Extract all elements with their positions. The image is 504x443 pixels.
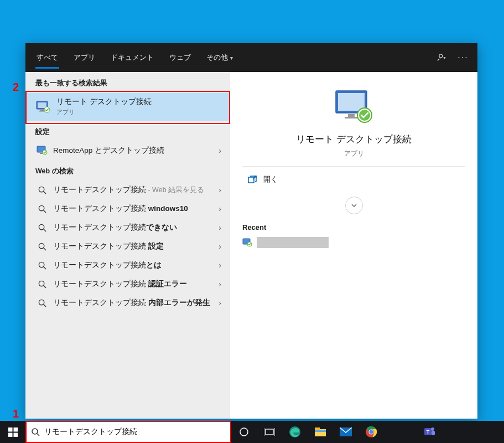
feedback-icon[interactable]: [437, 52, 448, 63]
svg-point-11: [39, 205, 44, 210]
svg-point-31: [247, 242, 252, 246]
svg-line-20: [43, 285, 45, 287]
search-icon: [34, 205, 50, 213]
web-result[interactable]: リモートデスクトップ接続 内部エラーが発生›: [25, 293, 230, 312]
chevron-right-icon: ›: [216, 280, 224, 289]
tab-more-label: その他: [206, 53, 228, 63]
settings-header: 設定: [25, 121, 230, 141]
taskbar-app-teams[interactable]: T: [417, 421, 443, 443]
recent-item-icon: [242, 238, 252, 247]
svg-rect-35: [13, 432, 18, 437]
svg-point-21: [39, 300, 44, 305]
svg-rect-43: [315, 429, 326, 436]
svg-point-13: [39, 224, 44, 229]
search-icon: [34, 243, 50, 251]
taskbar-app-chrome[interactable]: [358, 421, 384, 443]
best-match-result[interactable]: リモート デスクトップ接続 アプリ: [25, 92, 230, 121]
search-icon: [34, 261, 50, 270]
svg-point-49: [370, 430, 373, 434]
svg-line-22: [43, 304, 45, 306]
chevron-right-icon: ›: [216, 146, 224, 155]
tab-all[interactable]: すべて: [29, 43, 66, 72]
web-result-label: リモートデスクトップ接続 認証エラー: [50, 279, 216, 289]
tab-apps[interactable]: アプリ: [66, 43, 103, 72]
taskbar-app-explorer[interactable]: [308, 421, 333, 443]
taskbar-search-input[interactable]: [44, 421, 226, 443]
tab-more[interactable]: その他▾: [199, 43, 241, 72]
svg-rect-44: [315, 427, 320, 430]
web-result[interactable]: リモートデスクトップ接続 - Web 結果を見る›: [25, 181, 230, 199]
web-result-label: リモートデスクトップ接続 - Web 結果を見る: [50, 185, 216, 195]
web-result-label: リモートデスクトップ接続 設定: [50, 241, 216, 251]
remote-desktop-icon: [34, 100, 53, 114]
web-result[interactable]: リモートデスクトップ接続とは›: [25, 256, 230, 275]
svg-point-9: [39, 187, 44, 192]
svg-rect-25: [348, 114, 355, 117]
svg-rect-32: [8, 427, 13, 432]
search-icon: [34, 224, 50, 232]
best-match-title: リモート デスクトップ接続: [56, 97, 224, 107]
annotation-1: 1: [13, 408, 19, 420]
svg-point-19: [39, 281, 44, 286]
more-options-icon[interactable]: ···: [458, 52, 469, 63]
open-icon: [246, 176, 259, 183]
tab-web[interactable]: ウェブ: [162, 43, 199, 72]
web-search-header: Web の検索: [25, 160, 230, 181]
settings-result-label: RemoteApp とデスクトップ接続: [50, 146, 216, 156]
tab-web-label: ウェブ: [169, 53, 191, 63]
web-result[interactable]: リモートデスクトップ接続 設定›: [25, 237, 230, 256]
svg-point-52: [431, 427, 434, 431]
web-result-label: リモートデスクトップ接続とは: [50, 260, 216, 270]
search-icon: [31, 427, 40, 436]
web-result-label: リモートデスクトップ接続できない: [50, 223, 216, 233]
results-list: 最も一致する検索結果 リモート デスクトップ接続 アプリ 設定 RemoteAp…: [25, 72, 230, 419]
settings-result-remoteapp[interactable]: RemoteApp とデスクトップ接続 ›: [25, 141, 230, 160]
chevron-down-icon: ▾: [230, 55, 233, 61]
remoteapp-icon: [34, 146, 50, 156]
svg-rect-34: [8, 432, 13, 437]
svg-rect-39: [266, 429, 273, 435]
svg-point-0: [439, 54, 443, 58]
taskbar-app-mail[interactable]: [333, 421, 358, 443]
tab-documents[interactable]: ドキュメント: [103, 43, 162, 72]
svg-rect-45: [315, 430, 326, 432]
svg-rect-4: [39, 111, 45, 112]
chevron-right-icon: ›: [216, 242, 224, 251]
chevron-right-icon: ›: [216, 261, 224, 270]
windows-logo-icon: [8, 427, 18, 437]
open-action[interactable]: 開く: [242, 167, 465, 192]
chevron-right-icon: ›: [216, 298, 224, 307]
web-result[interactable]: リモートデスクトップ接続 認証エラー›: [25, 275, 230, 293]
search-results-panel: すべて アプリ ドキュメント ウェブ その他▾ ··· 最も一致する検索結果 リ…: [25, 43, 477, 419]
svg-point-8: [43, 150, 47, 154]
taskbar-app-edge[interactable]: [282, 421, 308, 443]
annotation-2: 2: [13, 81, 19, 94]
svg-text:T: T: [427, 429, 430, 435]
web-result[interactable]: リモートデスクトップ接続できない›: [25, 218, 230, 237]
svg-rect-29: [248, 177, 254, 183]
svg-rect-7: [40, 153, 43, 154]
search-icon: [34, 280, 50, 289]
svg-point-38: [240, 428, 248, 436]
recent-item[interactable]: [242, 237, 465, 248]
svg-point-36: [32, 429, 38, 434]
svg-line-12: [43, 210, 45, 212]
recent-header: Recent: [242, 223, 465, 231]
chevron-right-icon: ›: [216, 223, 224, 232]
task-view-button[interactable]: [257, 421, 282, 443]
web-result[interactable]: リモートデスクトップ接続 windows10›: [25, 199, 230, 218]
expand-toggle[interactable]: [345, 197, 363, 214]
tab-documents-label: ドキュメント: [111, 53, 154, 63]
best-match-sub: アプリ: [56, 108, 224, 116]
taskbar-search-box[interactable]: [25, 421, 231, 443]
svg-line-18: [43, 266, 45, 269]
detail-sub: アプリ: [344, 149, 364, 158]
start-button[interactable]: [0, 421, 25, 443]
web-result-label: リモートデスクトップ接続 内部エラーが発生: [50, 298, 216, 308]
svg-rect-33: [13, 427, 18, 432]
svg-line-14: [43, 229, 45, 231]
search-icon: [34, 186, 50, 194]
svg-line-16: [43, 248, 45, 250]
cortana-button[interactable]: [231, 421, 257, 443]
svg-rect-26: [345, 117, 358, 119]
